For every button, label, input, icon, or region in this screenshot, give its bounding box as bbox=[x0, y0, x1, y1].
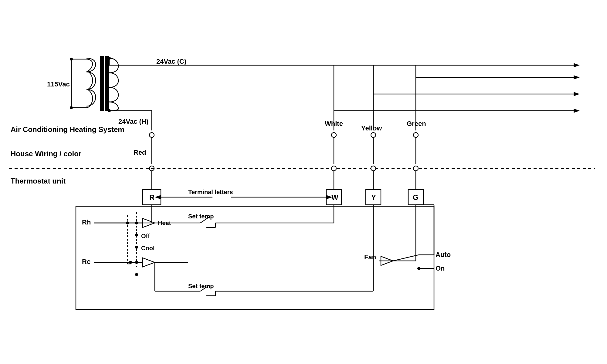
terminal-g: G bbox=[413, 193, 419, 201]
terminal-w: W bbox=[331, 193, 338, 201]
svg-marker-11 bbox=[574, 63, 580, 67]
svg-marker-29 bbox=[574, 109, 580, 113]
label-terminal-letters: Terminal letters bbox=[188, 189, 233, 195]
svg-rect-5 bbox=[100, 56, 104, 111]
svg-point-39 bbox=[413, 133, 418, 137]
label-115vac: 115Vac bbox=[47, 80, 70, 88]
svg-point-23 bbox=[331, 133, 336, 137]
label-green: Green bbox=[407, 120, 426, 127]
label-off: Off bbox=[141, 233, 150, 239]
label-set-temp-1: Set temp bbox=[188, 213, 214, 220]
svg-rect-78 bbox=[76, 206, 434, 309]
label-on: On bbox=[436, 265, 445, 272]
svg-marker-45 bbox=[574, 75, 580, 79]
terminal-y: Y bbox=[371, 193, 376, 201]
label-rc: Rc bbox=[82, 258, 90, 265]
svg-point-56 bbox=[135, 234, 138, 237]
label-yellow: Yellow bbox=[361, 124, 382, 132]
svg-point-69 bbox=[135, 261, 138, 264]
label-rh: Rh bbox=[82, 218, 91, 226]
label-white: White bbox=[325, 120, 343, 127]
label-24vac-h: 24Vac (H) bbox=[118, 118, 148, 125]
svg-point-57 bbox=[135, 246, 138, 249]
svg-line-82 bbox=[393, 255, 419, 261]
svg-marker-68 bbox=[143, 258, 155, 267]
label-set-temp-2: Set temp bbox=[188, 283, 214, 289]
label-red: Red bbox=[134, 149, 146, 156]
svg-point-31 bbox=[371, 133, 376, 137]
label-thermostat: Thermostat unit bbox=[11, 177, 66, 185]
svg-point-25 bbox=[331, 166, 336, 171]
label-auto: Auto bbox=[436, 251, 451, 258]
terminal-r: R bbox=[149, 193, 154, 201]
label-house-wiring: House Wiring / color bbox=[11, 150, 81, 158]
svg-point-70 bbox=[135, 273, 138, 276]
svg-rect-6 bbox=[105, 56, 109, 111]
svg-point-41 bbox=[413, 166, 418, 171]
label-ac-system: Air Conditioning Heating System bbox=[11, 125, 124, 133]
label-fan: Fan bbox=[364, 253, 376, 261]
label-24vac-c: 24Vac (C) bbox=[156, 58, 186, 65]
svg-point-33 bbox=[371, 166, 376, 171]
svg-marker-37 bbox=[574, 92, 580, 96]
label-cool: Cool bbox=[141, 245, 154, 251]
